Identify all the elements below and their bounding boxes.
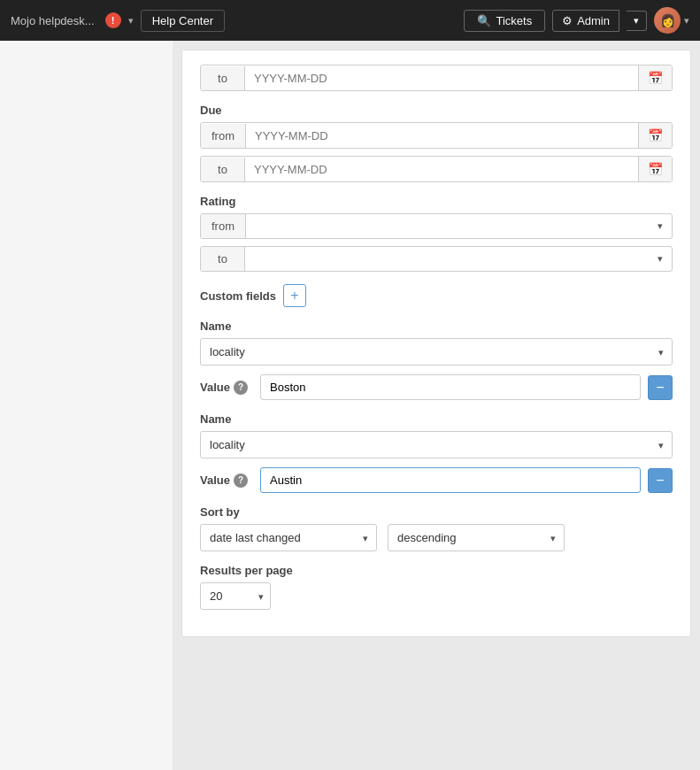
date-to-top-group: to 📅 bbox=[200, 65, 673, 91]
filter-panel: to 📅 Due from 📅 to 📅 bbox=[181, 50, 691, 637]
results-per-page-group: Results per page 10 20 50 100 ▾ bbox=[200, 564, 673, 610]
custom-field-1-name-label: Name bbox=[200, 320, 673, 333]
gear-icon: ⚙ bbox=[562, 14, 573, 27]
brand-name: Mojo helpdesk... bbox=[11, 14, 95, 27]
sort-by-label: Sort by bbox=[200, 505, 673, 519]
rating-to-select[interactable]: 1 2 3 bbox=[245, 247, 649, 271]
custom-field-1: Name locality ▾ Value ? − bbox=[200, 320, 673, 400]
custom-field-2-select[interactable]: locality bbox=[200, 431, 673, 458]
custom-field-2-name-label: Name bbox=[200, 412, 673, 426]
results-per-page-label: Results per page bbox=[200, 564, 673, 577]
due-to-input[interactable] bbox=[245, 158, 638, 181]
due-from-prefix: from bbox=[201, 124, 246, 148]
custom-field-2: Name locality ▾ Value ? − bbox=[200, 412, 673, 493]
date-to-top-input[interactable] bbox=[245, 66, 638, 90]
custom-field-1-help-icon[interactable]: ? bbox=[234, 381, 248, 395]
rating-label: Rating bbox=[200, 195, 673, 208]
sort-by-select-wrap: date last changed date created date due … bbox=[200, 524, 377, 551]
custom-field-1-select-wrap: locality ▾ bbox=[200, 338, 673, 366]
add-custom-field-button[interactable]: + bbox=[283, 284, 306, 307]
results-per-page-select-wrap: 10 20 50 100 ▾ bbox=[200, 582, 271, 610]
page-wrap: to 📅 Due from 📅 to 📅 bbox=[0, 41, 700, 770]
custom-field-1-value-row: Value ? − bbox=[200, 374, 673, 400]
due-group: Due from 📅 to 📅 bbox=[200, 104, 673, 182]
custom-field-1-remove-button[interactable]: − bbox=[648, 375, 673, 400]
search-icon: 🔍 bbox=[477, 14, 491, 27]
due-from-row: from 📅 bbox=[200, 122, 673, 149]
avatar-caret: ▾ bbox=[684, 15, 689, 27]
custom-field-2-select-wrap: locality ▾ bbox=[200, 431, 673, 458]
admin-button[interactable]: ⚙ Admin bbox=[552, 10, 619, 32]
rating-from-row: from 1 2 3 ▾ bbox=[200, 213, 673, 239]
due-from-input[interactable] bbox=[246, 124, 638, 148]
sidebar bbox=[0, 41, 173, 770]
avatar: 👩 bbox=[654, 7, 681, 34]
due-from-calendar-icon[interactable]: 📅 bbox=[638, 123, 672, 148]
custom-field-2-remove-button[interactable]: − bbox=[648, 468, 673, 493]
sort-by-select[interactable]: date last changed date created date due … bbox=[200, 524, 377, 551]
sort-order-select-wrap: descending ascending ▾ bbox=[388, 524, 565, 551]
rating-to-caret: ▾ bbox=[649, 248, 672, 270]
calendar-icon-top[interactable]: 📅 bbox=[638, 65, 672, 90]
rating-from-caret: ▾ bbox=[649, 215, 672, 237]
due-label: Due bbox=[200, 104, 673, 117]
custom-fields-label: Custom fields bbox=[200, 289, 276, 303]
custom-field-2-value-row: Value ? − bbox=[200, 467, 673, 493]
sort-order-select[interactable]: descending ascending bbox=[388, 524, 565, 551]
due-to-row: to 📅 bbox=[200, 156, 673, 182]
user-avatar-wrap[interactable]: 👩 ▾ bbox=[654, 7, 689, 34]
rating-from-prefix: from bbox=[201, 214, 246, 238]
sort-by-group: Sort by date last changed date created d… bbox=[200, 505, 673, 551]
due-to-prefix: to bbox=[201, 158, 245, 181]
results-per-page-select[interactable]: 10 20 50 100 bbox=[200, 582, 271, 610]
tickets-button[interactable]: 🔍 Tickets bbox=[464, 10, 545, 32]
rating-group: Rating from 1 2 3 ▾ to 1 bbox=[200, 195, 673, 272]
custom-field-2-value-label: Value ? bbox=[200, 474, 253, 488]
admin-dropdown-caret[interactable]: ▾ bbox=[627, 11, 647, 31]
custom-field-2-value-input[interactable] bbox=[260, 467, 641, 493]
due-to-calendar-icon[interactable]: 📅 bbox=[638, 157, 672, 181]
brand-dropdown-caret[interactable]: ▾ bbox=[128, 15, 134, 27]
custom-field-2-help-icon[interactable]: ? bbox=[234, 474, 248, 488]
rating-to-prefix: to bbox=[201, 247, 245, 271]
sort-row: date last changed date created date due … bbox=[200, 524, 673, 551]
alert-icon[interactable]: ! bbox=[105, 12, 121, 28]
main-content: to 📅 Due from 📅 to 📅 bbox=[173, 41, 700, 770]
top-navigation: Mojo helpdesk... ! ▾ Help Center 🔍 Ticke… bbox=[0, 0, 700, 41]
help-center-button[interactable]: Help Center bbox=[141, 10, 225, 32]
custom-field-1-select[interactable]: locality bbox=[200, 338, 673, 366]
custom-fields-header: Custom fields + bbox=[200, 284, 673, 307]
custom-field-1-value-input[interactable] bbox=[260, 374, 641, 400]
rating-to-row: to 1 2 3 ▾ bbox=[200, 246, 673, 272]
rating-from-select[interactable]: 1 2 3 bbox=[246, 214, 649, 238]
to-prefix-top: to bbox=[201, 66, 245, 90]
date-to-top-row: to 📅 bbox=[200, 65, 673, 91]
custom-field-1-value-label: Value ? bbox=[200, 381, 253, 395]
